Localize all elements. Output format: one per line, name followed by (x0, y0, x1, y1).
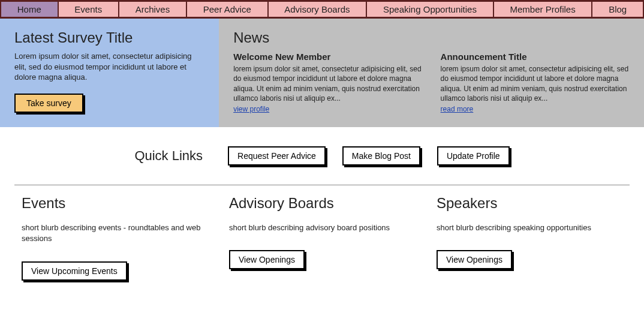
read-more-link[interactable]: read more (441, 105, 474, 113)
survey-body: Lorem ipsum dolor sit amet, consectetur … (14, 51, 204, 83)
nav-item-member-profiles[interactable]: Member Profiles (494, 2, 593, 17)
column-blurb: short blurb describing advisory board po… (229, 222, 415, 233)
nav-item-home[interactable]: Home (0, 2, 59, 17)
take-survey-button[interactable]: Take survey (14, 94, 83, 113)
column-title: Advisory Boards (229, 195, 415, 212)
quick-links-row: Quick Links Request Peer Advice Make Blo… (0, 127, 644, 176)
column-title: Events (22, 195, 207, 212)
top-nav: Home Events Archives Peer Advice Advisor… (0, 0, 644, 19)
news-item-title: Welcome New Member (233, 51, 422, 63)
column-blurb: short blurb describing speaking opportun… (437, 222, 622, 233)
nav-item-peer-advice[interactable]: Peer Advice (187, 2, 269, 17)
nav-item-events[interactable]: Events (59, 2, 119, 17)
news-item: Welcome New Member lorem ipsum dolor sit… (233, 47, 422, 114)
nav-item-blog[interactable]: Blog (592, 2, 644, 17)
news-item-body: lorem ipsum dolor sit amet, consectetur … (441, 64, 630, 103)
news-item-title: Announcement Title (441, 51, 630, 63)
nav-item-archives[interactable]: Archives (119, 2, 187, 17)
section-divider (14, 185, 630, 185)
survey-panel: Latest Survey Title Lorem ipsum dolor si… (0, 19, 219, 127)
speakers-column: Speakers short blurb describing speaking… (437, 191, 622, 280)
view-upcoming-events-button[interactable]: View Upcoming Events (22, 261, 127, 281)
survey-title: Latest Survey Title (14, 29, 204, 46)
view-openings-button[interactable]: View Openings (229, 250, 305, 269)
view-profile-link[interactable]: view profile (233, 105, 269, 113)
news-item-body: lorem ipsum dolor sit amet, consectetur … (233, 64, 422, 103)
news-item: Announcement Title lorem ipsum dolor sit… (441, 47, 630, 114)
column-title: Speakers (437, 195, 622, 212)
bottom-columns: Events short blurb describing events - r… (0, 188, 644, 304)
events-column: Events short blurb describing events - r… (22, 191, 207, 280)
column-blurb: short blurb describing events - roundtab… (22, 222, 207, 244)
make-blog-post-button[interactable]: Make Blog Post (342, 146, 420, 165)
view-speaker-openings-button[interactable]: View Openings (437, 250, 512, 269)
nav-item-speaking[interactable]: Speaking Opportunities (367, 2, 493, 17)
request-peer-advice-button[interactable]: Request Peer Advice (228, 146, 326, 165)
nav-item-advisory-boards[interactable]: Advisory Boards (269, 2, 368, 17)
quick-links-heading: Quick Links (134, 148, 203, 164)
update-profile-button[interactable]: Update Profile (437, 146, 510, 165)
news-panel: News Welcome New Member lorem ipsum dolo… (219, 19, 644, 127)
news-heading: News (233, 29, 630, 46)
hero-row: Latest Survey Title Lorem ipsum dolor si… (0, 19, 644, 127)
advisory-boards-column: Advisory Boards short blurb describing a… (229, 191, 415, 280)
